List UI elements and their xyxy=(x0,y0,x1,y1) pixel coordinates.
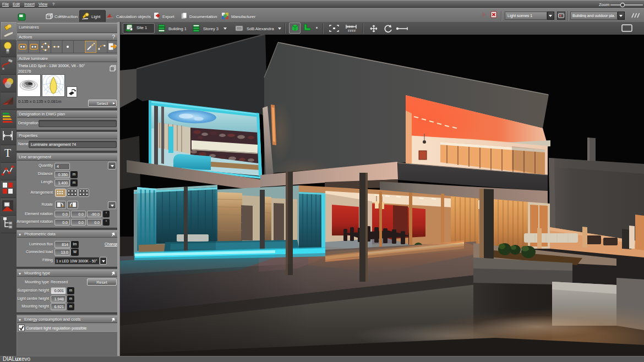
svg-text:FFFF: FFFF xyxy=(348,29,356,32)
svg-text:T: T xyxy=(4,147,11,159)
